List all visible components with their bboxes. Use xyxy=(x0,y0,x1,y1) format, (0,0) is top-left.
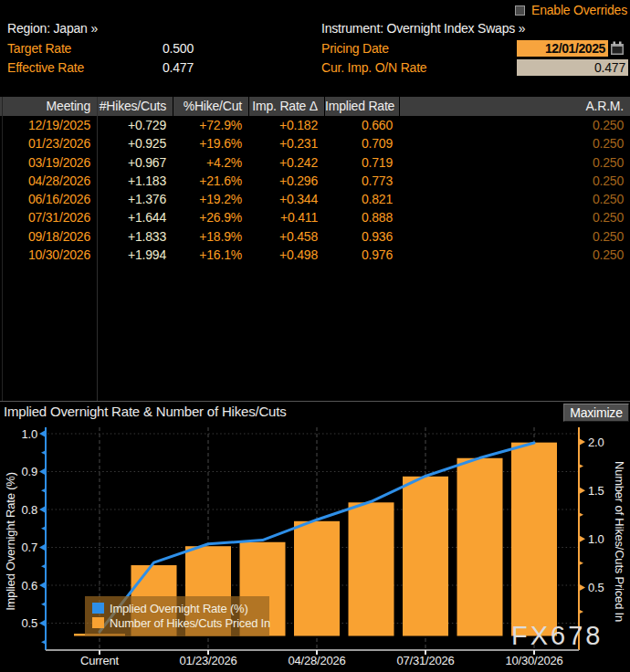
table-cell: +26.9% xyxy=(173,208,248,226)
left-axis-tick xyxy=(39,620,46,627)
table-cell: 0.888 xyxy=(324,208,399,226)
table-column-divider xyxy=(97,97,98,401)
table-row[interactable]: 09/18/2026+1.833+18.9%+0.4580.9360.250 xyxy=(0,227,630,246)
table-cell: 0.709 xyxy=(324,134,399,152)
left-axis-minor-tick xyxy=(41,488,46,493)
chart-area: 1.00.90.80.70.60.5Implied Overnight Rate… xyxy=(0,423,630,672)
cur-imp-on-rate-input[interactable]: 0.477 xyxy=(517,59,628,76)
section-divider xyxy=(0,401,630,402)
table-row[interactable]: 07/31/2026+1.644+26.9%+0.4110.8880.250 xyxy=(0,208,630,226)
table-row[interactable]: 03/19/2026+0.967+4.2%+0.2420.7190.250 xyxy=(0,153,630,172)
table-cell: 0.250 xyxy=(399,172,630,190)
table-cell: +18.9% xyxy=(173,227,248,246)
right-axis-tick-label: 0.5 xyxy=(588,581,604,594)
table-cell: 0.660 xyxy=(324,116,399,134)
right-axis-minor-tick xyxy=(579,561,583,565)
table-cell: +19.6% xyxy=(173,134,248,152)
table-cell: +4.2% xyxy=(173,153,248,172)
legend-swatch xyxy=(92,617,104,628)
table-cell: +1.183 xyxy=(97,172,173,190)
enable-overrides-label: Enable Overrides xyxy=(531,3,627,17)
bar[interactable] xyxy=(511,443,557,636)
bar[interactable] xyxy=(294,521,340,636)
instrument-selector[interactable]: Instrument: Overnight Index Swaps » xyxy=(321,21,525,36)
bar[interactable] xyxy=(349,502,394,635)
left-axis-minor-tick xyxy=(41,640,46,645)
table-row[interactable]: 12/19/2025+0.729+72.9%+0.1820.6600.250 xyxy=(0,116,630,134)
pricing-date-input[interactable]: 12/01/2025 xyxy=(517,40,608,57)
table-header-cell[interactable]: Implied Rate xyxy=(324,97,399,116)
enable-overrides-row: Enable Overrides xyxy=(515,3,627,17)
table-header-cell[interactable]: A.R.M. xyxy=(399,97,630,116)
table-cell: 0.250 xyxy=(399,208,630,226)
bar[interactable] xyxy=(403,477,448,636)
table-cell: 01/23/2026 xyxy=(0,134,97,152)
meetings-table: Meeting#Hikes/Cuts%Hike/CutImp. Rate ΔIm… xyxy=(0,97,630,264)
table-cell: 0.821 xyxy=(324,190,399,208)
table-header-cell[interactable]: %Hike/Cut xyxy=(173,97,248,116)
region-value[interactable]: Japan » xyxy=(54,21,98,36)
table-cell: +0.925 xyxy=(97,134,173,152)
chart-title: Implied Overnight Rate & Number of Hikes… xyxy=(4,404,286,419)
cur-imp-on-rate-label: Cur. Imp. O/N Rate xyxy=(321,60,426,75)
effective-rate-label: Effective Rate xyxy=(7,60,84,75)
calendar-icon[interactable] xyxy=(610,41,625,56)
table-row[interactable]: 06/16/2026+1.376+19.2%+0.3440.8210.250 xyxy=(0,190,630,208)
table-cell: 0.773 xyxy=(324,172,399,190)
table-cell: 06/16/2026 xyxy=(0,190,97,208)
instrument-label: Instrument: xyxy=(321,21,383,36)
left-axis-minor-tick xyxy=(41,450,46,455)
table-cell: +0.296 xyxy=(248,172,324,190)
table-header-cell[interactable]: Meeting xyxy=(0,97,97,116)
table-cell: +0.242 xyxy=(248,153,324,172)
table-row[interactable]: 04/28/2026+1.183+21.6%+0.2960.7730.250 xyxy=(0,172,630,190)
table-header-cell[interactable]: #Hikes/Cuts xyxy=(97,97,173,116)
left-axis-tick xyxy=(39,582,46,589)
table-cell: +0.729 xyxy=(97,116,173,134)
left-axis-tick-label: 1.0 xyxy=(22,427,37,441)
x-axis-tick-label: 01/23/2026 xyxy=(179,654,236,667)
pricing-date-label: Pricing Date xyxy=(321,41,389,56)
table-cell: 0.976 xyxy=(324,246,399,264)
table-cell: +0.182 xyxy=(248,116,324,134)
right-axis-tick-label: 1.0 xyxy=(588,532,604,546)
table-cell: 0.250 xyxy=(399,227,630,246)
right-axis-title: Number of Hikes/Cuts Priced In xyxy=(613,461,626,622)
table-cell: 0.719 xyxy=(324,153,399,172)
table-cell: 0.250 xyxy=(399,190,630,208)
left-axis-tick xyxy=(39,430,46,437)
region-label: Region: xyxy=(7,21,50,36)
right-axis-tick xyxy=(579,535,585,542)
table-header-row: Meeting#Hikes/Cuts%Hike/CutImp. Rate ΔIm… xyxy=(0,97,630,116)
right-axis-minor-tick xyxy=(579,609,583,614)
left-axis-tick-label: 0.9 xyxy=(22,465,37,478)
table-row[interactable]: 01/23/2026+0.925+19.6%+0.2310.7090.250 xyxy=(0,134,630,152)
region-selector[interactable]: Region: Japan » xyxy=(7,21,98,36)
table-cell: 03/19/2026 xyxy=(0,153,97,172)
table-cell: +1.833 xyxy=(97,227,173,246)
table-row[interactable]: 10/30/2026+1.994+16.1%+0.4980.9760.250 xyxy=(0,246,630,264)
bar[interactable] xyxy=(457,458,503,636)
right-axis-tick xyxy=(579,487,585,494)
enable-overrides-checkbox[interactable] xyxy=(515,5,525,16)
table-cell: 0.250 xyxy=(399,153,630,172)
table-cell: 0.250 xyxy=(399,116,630,134)
table-cell: 0.936 xyxy=(324,227,399,246)
x-axis-tick-label: 10/30/2026 xyxy=(505,654,562,667)
table-header-cell[interactable]: Imp. Rate Δ xyxy=(248,97,324,116)
left-axis-minor-tick xyxy=(41,526,46,530)
right-axis-tick xyxy=(579,583,585,591)
legend-label: Number of Hikes/Cuts Priced In xyxy=(110,616,270,630)
left-axis-tick xyxy=(39,544,46,551)
table-cell: +1.994 xyxy=(97,246,173,264)
instrument-value[interactable]: Overnight Index Swaps » xyxy=(387,21,526,36)
table-cell: +0.967 xyxy=(97,153,173,172)
maximize-button[interactable]: Maximize xyxy=(563,404,629,422)
right-axis-tick xyxy=(579,438,585,446)
left-axis-minor-tick xyxy=(41,564,46,569)
right-axis-tick-label: 1.5 xyxy=(588,484,604,498)
x-axis-tick-label: 07/31/2026 xyxy=(396,654,454,667)
table-cell: +0.498 xyxy=(248,246,324,264)
table-cell: 0.250 xyxy=(399,134,630,152)
legend-swatch xyxy=(92,603,104,614)
